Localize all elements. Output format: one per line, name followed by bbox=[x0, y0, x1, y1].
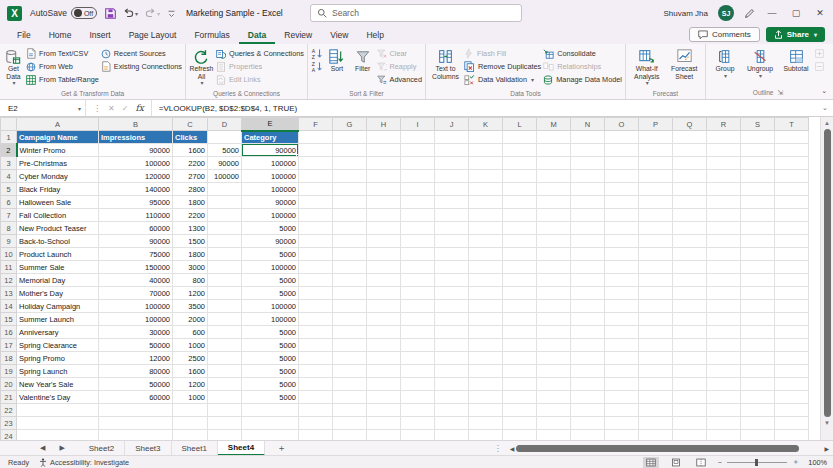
cell-R20[interactable] bbox=[707, 378, 741, 391]
cell-F17[interactable] bbox=[299, 339, 333, 352]
advanced-button[interactable]: Advanced bbox=[377, 73, 422, 86]
column-header-P[interactable]: P bbox=[639, 118, 673, 131]
cell-S20[interactable] bbox=[741, 378, 775, 391]
cell-T3[interactable] bbox=[775, 157, 809, 170]
text-to-columns-button[interactable]: Text to Columns bbox=[429, 46, 462, 80]
cell-L4[interactable] bbox=[503, 170, 537, 183]
cell-N3[interactable] bbox=[571, 157, 605, 170]
cell-J12[interactable] bbox=[435, 274, 469, 287]
cell-R9[interactable] bbox=[707, 235, 741, 248]
cell-R2[interactable] bbox=[707, 144, 741, 157]
cell-A24[interactable] bbox=[17, 430, 99, 441]
cell-J21[interactable] bbox=[435, 391, 469, 404]
cell-S19[interactable] bbox=[741, 365, 775, 378]
cell-D6[interactable] bbox=[208, 196, 242, 209]
cell-R1[interactable] bbox=[707, 131, 741, 144]
cell-C12[interactable]: 800 bbox=[173, 274, 208, 287]
cell-D8[interactable] bbox=[208, 222, 242, 235]
cell-B11[interactable]: 150000 bbox=[99, 261, 173, 274]
vertical-scroll-thumb[interactable] bbox=[824, 129, 831, 417]
cell-O10[interactable] bbox=[605, 248, 639, 261]
cell-D9[interactable] bbox=[208, 235, 242, 248]
cell-N10[interactable] bbox=[571, 248, 605, 261]
cell-S13[interactable] bbox=[741, 287, 775, 300]
cell-R19[interactable] bbox=[707, 365, 741, 378]
maximize-button[interactable]: ▢ bbox=[789, 8, 803, 18]
row-header-22[interactable]: 22 bbox=[1, 404, 17, 417]
cell-E1[interactable]: Category bbox=[242, 131, 299, 144]
cell-M7[interactable] bbox=[537, 209, 571, 222]
cell-J5[interactable] bbox=[435, 183, 469, 196]
cell-J1[interactable] bbox=[435, 131, 469, 144]
cell-A4[interactable]: Cyber Monday bbox=[17, 170, 99, 183]
cell-F2[interactable] bbox=[299, 144, 333, 157]
cell-P1[interactable] bbox=[639, 131, 673, 144]
cell-C20[interactable]: 1200 bbox=[173, 378, 208, 391]
cell-I13[interactable] bbox=[401, 287, 435, 300]
cell-O22[interactable] bbox=[605, 404, 639, 417]
cell-K15[interactable] bbox=[469, 313, 503, 326]
cell-P16[interactable] bbox=[639, 326, 673, 339]
cell-D19[interactable] bbox=[208, 365, 242, 378]
cell-S7[interactable] bbox=[741, 209, 775, 222]
cell-O16[interactable] bbox=[605, 326, 639, 339]
cell-G18[interactable] bbox=[333, 352, 367, 365]
cell-Q14[interactable] bbox=[673, 300, 707, 313]
cell-C21[interactable]: 1000 bbox=[173, 391, 208, 404]
cell-Q11[interactable] bbox=[673, 261, 707, 274]
cell-N19[interactable] bbox=[571, 365, 605, 378]
cell-R24[interactable] bbox=[707, 430, 741, 441]
cell-I8[interactable] bbox=[401, 222, 435, 235]
cell-H22[interactable] bbox=[367, 404, 401, 417]
customize-toolbar-icon[interactable] bbox=[167, 9, 176, 18]
cell-G23[interactable] bbox=[333, 417, 367, 430]
cell-F20[interactable] bbox=[299, 378, 333, 391]
cell-N1[interactable] bbox=[571, 131, 605, 144]
cell-M6[interactable] bbox=[537, 196, 571, 209]
cell-I22[interactable] bbox=[401, 404, 435, 417]
cell-M23[interactable] bbox=[537, 417, 571, 430]
cell-I5[interactable] bbox=[401, 183, 435, 196]
data-validation-button[interactable]: Data Validation▾ bbox=[464, 73, 541, 86]
cell-G17[interactable] bbox=[333, 339, 367, 352]
cell-K5[interactable] bbox=[469, 183, 503, 196]
cell-I24[interactable] bbox=[401, 430, 435, 441]
cell-J3[interactable] bbox=[435, 157, 469, 170]
cell-R16[interactable] bbox=[707, 326, 741, 339]
cell-K18[interactable] bbox=[469, 352, 503, 365]
cell-R22[interactable] bbox=[707, 404, 741, 417]
row-header-5[interactable]: 5 bbox=[1, 183, 17, 196]
insert-function-icon[interactable]: fx bbox=[135, 103, 143, 113]
cell-O24[interactable] bbox=[605, 430, 639, 441]
cell-T5[interactable] bbox=[775, 183, 809, 196]
cell-H1[interactable] bbox=[367, 131, 401, 144]
cell-K9[interactable] bbox=[469, 235, 503, 248]
cell-S6[interactable] bbox=[741, 196, 775, 209]
cell-M10[interactable] bbox=[537, 248, 571, 261]
cell-J9[interactable] bbox=[435, 235, 469, 248]
cell-N13[interactable] bbox=[571, 287, 605, 300]
cell-L3[interactable] bbox=[503, 157, 537, 170]
cell-B17[interactable]: 50000 bbox=[99, 339, 173, 352]
next-sheet-icon[interactable]: ▶ bbox=[59, 444, 64, 452]
cell-N20[interactable] bbox=[571, 378, 605, 391]
cell-E12[interactable]: 5000 bbox=[242, 274, 299, 287]
cell-P4[interactable] bbox=[639, 170, 673, 183]
cell-H5[interactable] bbox=[367, 183, 401, 196]
row-header-12[interactable]: 12 bbox=[1, 274, 17, 287]
cell-A3[interactable]: Pre-Christmas bbox=[17, 157, 99, 170]
cell-R5[interactable] bbox=[707, 183, 741, 196]
cell-I23[interactable] bbox=[401, 417, 435, 430]
column-header-D[interactable]: D bbox=[208, 118, 242, 131]
cell-N14[interactable] bbox=[571, 300, 605, 313]
cell-M11[interactable] bbox=[537, 261, 571, 274]
cell-J11[interactable] bbox=[435, 261, 469, 274]
cell-O11[interactable] bbox=[605, 261, 639, 274]
cell-A15[interactable]: Summer Launch bbox=[17, 313, 99, 326]
cell-Q10[interactable] bbox=[673, 248, 707, 261]
cell-G9[interactable] bbox=[333, 235, 367, 248]
cell-M3[interactable] bbox=[537, 157, 571, 170]
cell-F13[interactable] bbox=[299, 287, 333, 300]
cell-J8[interactable] bbox=[435, 222, 469, 235]
cell-G16[interactable] bbox=[333, 326, 367, 339]
